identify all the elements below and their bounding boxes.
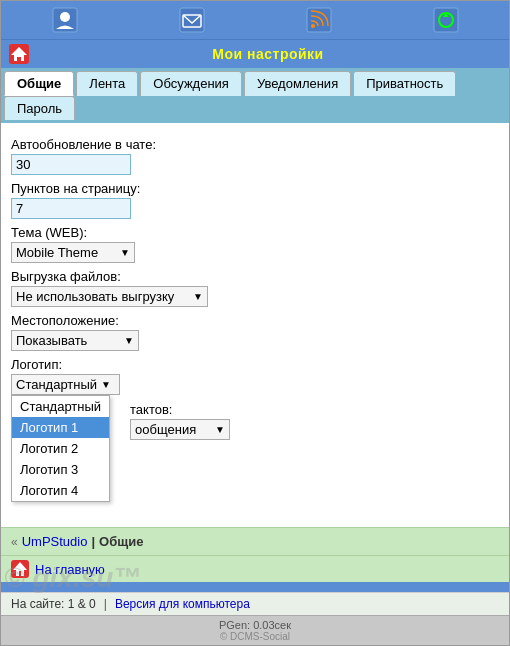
- home-nav-link[interactable]: На главную: [35, 562, 105, 577]
- tabs-row-2: Пароль: [1, 96, 509, 123]
- contacts-select[interactable]: ообщения Контакты: [135, 422, 213, 437]
- breadcrumb-site-link[interactable]: UmPStudio: [22, 534, 88, 549]
- tabs-row-1: Общие Лента Обсуждения Уведомления Прива…: [1, 68, 509, 96]
- spacer-bar: [1, 582, 509, 592]
- theme-label: Тема (WEB):: [11, 225, 499, 240]
- settings-content: Автообновление в чате: Пунктов на страни…: [1, 123, 509, 527]
- items-per-page-label: Пунктов на страницу:: [11, 181, 499, 196]
- feed-tab-icon[interactable]: [255, 1, 382, 39]
- logo-label: Логотип:: [11, 357, 499, 372]
- autoupdate-label: Автообновление в чате:: [11, 137, 499, 152]
- breadcrumb-bar: « UmPStudio | Общие: [1, 527, 509, 555]
- version-link[interactable]: Версия для компьютера: [115, 597, 250, 611]
- breadcrumb-current: Общие: [99, 534, 143, 549]
- location-select[interactable]: Показывать Не показывать: [16, 333, 122, 348]
- file-upload-label: Выгрузка файлов:: [11, 269, 499, 284]
- logo-dropdown[interactable]: Стандартный ▼ Стандартный Логотип 1 Лого…: [11, 374, 120, 395]
- tab-discussions[interactable]: Обсуждения: [140, 71, 242, 96]
- user-tab-icon[interactable]: [1, 1, 128, 39]
- home-icon: [9, 44, 29, 64]
- title-bar: Мои настройки: [1, 39, 509, 68]
- top-nav-bar: [1, 1, 509, 39]
- autoupdate-input[interactable]: [11, 154, 131, 175]
- online-count: На сайте: 1 & 0: [11, 597, 96, 611]
- tab-feed[interactable]: Лента: [76, 71, 138, 96]
- logo-dropdown-arrow: ▼: [101, 379, 111, 390]
- location-label: Местоположение:: [11, 313, 499, 328]
- theme-select-arrow: ▼: [120, 247, 130, 258]
- svg-point-1: [60, 12, 70, 22]
- logo-selected-display[interactable]: Стандартный ▼: [11, 374, 120, 395]
- refresh-tab-icon[interactable]: [382, 1, 509, 39]
- location-select-wrapper[interactable]: Показывать Не показывать ▼: [11, 330, 139, 351]
- bottom-credit: PGen: 0.03сек © DCMS-Social: [1, 615, 509, 645]
- file-upload-select-wrapper[interactable]: Не использовать выгрузку Использовать вы…: [11, 286, 208, 307]
- tab-general[interactable]: Общие: [4, 71, 74, 96]
- file-upload-select[interactable]: Не использовать выгрузку Использовать вы…: [16, 289, 191, 304]
- breadcrumb-chevron: «: [11, 535, 18, 549]
- logo-option-3[interactable]: Логотип 3: [12, 459, 109, 480]
- dcms-text: © DCMS-Social: [1, 631, 509, 642]
- svg-point-5: [311, 24, 315, 28]
- theme-select-wrapper[interactable]: Mobile Theme Default Theme Dark Theme ▼: [11, 242, 135, 263]
- contacts-select-wrapper[interactable]: ообщения Контакты ▼: [130, 419, 230, 440]
- location-arrow: ▼: [124, 335, 134, 346]
- footer-bar: На сайте: 1 & 0 | Версия для компьютера: [1, 592, 509, 615]
- pgen-text: PGen: 0.03сек: [1, 619, 509, 631]
- tab-privacy[interactable]: Приватность: [353, 71, 456, 96]
- tab-notifications[interactable]: Уведомления: [244, 71, 351, 96]
- logo-options-list: Стандартный Логотип 1 Логотип 2 Логотип …: [11, 395, 110, 502]
- logo-option-standard[interactable]: Стандартный: [12, 396, 109, 417]
- page-title: Мои настройки: [35, 46, 501, 62]
- items-per-page-input[interactable]: [11, 198, 131, 219]
- nav-home-icon: [11, 560, 29, 578]
- contacts-label: тактов:: [130, 402, 230, 417]
- footer-sep: |: [104, 597, 107, 611]
- nav-bar: На главную: [1, 555, 509, 582]
- file-upload-arrow: ▼: [193, 291, 203, 302]
- theme-select[interactable]: Mobile Theme Default Theme Dark Theme: [16, 245, 118, 260]
- logo-option-1[interactable]: Логотип 1: [12, 417, 109, 438]
- breadcrumb-separator: |: [91, 534, 95, 549]
- tab-password[interactable]: Пароль: [4, 96, 75, 120]
- logo-selected-text: Стандартный: [16, 377, 97, 392]
- mail-tab-icon[interactable]: [128, 1, 255, 39]
- logo-option-2[interactable]: Логотип 2: [12, 438, 109, 459]
- logo-option-4[interactable]: Логотип 4: [12, 480, 109, 501]
- svg-rect-6: [434, 8, 458, 32]
- contacts-arrow: ▼: [215, 424, 225, 435]
